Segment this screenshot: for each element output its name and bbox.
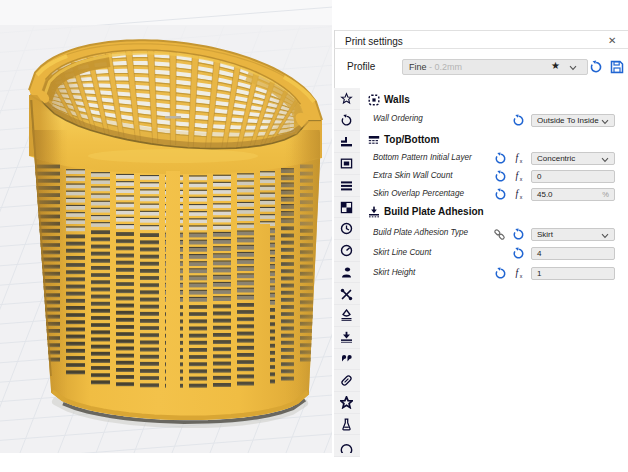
svg-text:x: x xyxy=(520,176,523,182)
svg-text:x: x xyxy=(520,273,523,279)
svg-text:x: x xyxy=(520,158,523,164)
svg-text:x: x xyxy=(520,194,523,200)
